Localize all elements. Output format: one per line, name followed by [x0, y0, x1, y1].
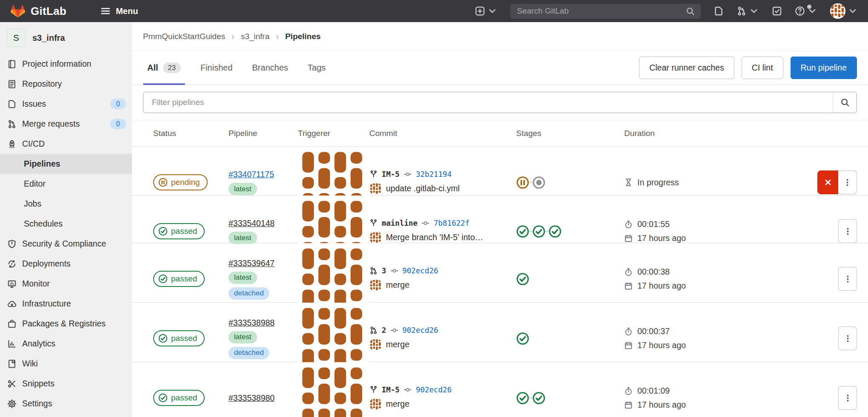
run-pipeline-button[interactable]: Run pipeline	[791, 57, 857, 79]
issues-shortcut-button[interactable]	[714, 6, 724, 16]
sidebar-item-label: Deployments	[22, 259, 71, 269]
user-menu-button[interactable]	[830, 3, 858, 19]
help-button[interactable]	[795, 6, 817, 16]
ref-name[interactable]: 2	[382, 326, 386, 335]
sidebar-item-pipelines[interactable]: Pipelines	[0, 154, 132, 174]
stage-passed-icon[interactable]	[516, 272, 529, 286]
sidebar-item-settings[interactable]: Settings	[0, 394, 132, 414]
hamburger-icon	[100, 6, 111, 16]
pipeline-status-badge[interactable]: passed	[153, 330, 205, 346]
pipeline-status-badge[interactable]: passed	[153, 390, 205, 406]
triggerer-avatar[interactable]	[298, 362, 369, 417]
commit-cell: 2902ecd26merge	[369, 326, 516, 351]
branch-icon	[369, 386, 378, 394]
commit-author-avatar[interactable]	[369, 231, 382, 244]
commit-message[interactable]: merge	[386, 399, 409, 409]
row-actions-kebab-button[interactable]	[838, 170, 857, 194]
tab-all[interactable]: All23	[143, 51, 185, 85]
commit-sha-link[interactable]: 902ecd26	[403, 326, 438, 335]
commit-sha-link[interactable]: 32b21194	[416, 170, 451, 179]
sidebar-item-jobs[interactable]: Jobs	[0, 194, 132, 214]
todos-button[interactable]	[772, 6, 782, 16]
sidebar-item-editor[interactable]: Editor	[0, 174, 132, 194]
new-menu-button[interactable]	[475, 6, 497, 16]
stage-passed-icon[interactable]	[532, 225, 545, 238]
commit-message[interactable]: merge	[386, 340, 409, 349]
breadcrumb-separator: ›	[231, 31, 234, 41]
filter-pipelines-input[interactable]	[143, 92, 833, 113]
sidebar-item-issues[interactable]: Issues0	[0, 94, 132, 114]
calendar-icon	[624, 234, 633, 243]
row-actions-kebab-button[interactable]	[838, 267, 857, 291]
pipeline-id-link[interactable]: #333538980	[228, 393, 274, 403]
sidebar-item-merge-requests[interactable]: Merge requests0	[0, 114, 132, 134]
commit-message-line: merge	[369, 279, 510, 292]
commit-message[interactable]: merge	[386, 280, 409, 290]
status-cell: passed	[143, 390, 228, 406]
stage-passed-icon[interactable]	[516, 225, 529, 238]
commit-author-avatar[interactable]	[369, 398, 382, 411]
ref-name[interactable]: IM-5	[382, 170, 400, 179]
commit-message[interactable]: Merge branch 'IM-5' into…	[386, 233, 483, 242]
stage-passed-icon[interactable]	[548, 225, 562, 238]
filter-search-button[interactable]	[833, 92, 857, 113]
clear-runner-caches-button[interactable]: Clear runner caches	[639, 57, 734, 79]
commit-author-avatar[interactable]	[369, 279, 382, 292]
status-label: pending	[171, 178, 200, 187]
stage-passed-icon[interactable]	[532, 391, 545, 405]
sidebar-item-packages-registries[interactable]: Packages & Registries	[0, 314, 132, 334]
sidebar-item-monitor[interactable]: Monitor	[0, 274, 132, 294]
ref-name[interactable]: IM-5	[382, 386, 400, 394]
gitlab-logo[interactable]: GitLab	[10, 4, 66, 18]
commit-author-avatar[interactable]	[369, 338, 382, 351]
commit-sha-link[interactable]: 7b81622f	[434, 219, 469, 227]
pipeline-id-link[interactable]: #333538988	[228, 318, 274, 328]
pipeline-status-badge[interactable]: pending	[153, 174, 208, 190]
commit-ref-line: IM-532b21194	[369, 170, 510, 179]
sidebar-item-repository[interactable]: Repository	[0, 74, 132, 94]
commit-message[interactable]: update .gitlab-ci.yml	[386, 184, 460, 193]
commit-sha-link[interactable]: 902ecd26	[403, 267, 438, 275]
menu-button[interactable]: Menu	[100, 6, 138, 16]
stage-passed-icon[interactable]	[516, 332, 529, 345]
sidebar-item-infrastructure[interactable]: Infrastructure	[0, 294, 132, 314]
breadcrumb-item-pmmquickstartguides[interactable]: PmmQuickStartGuides	[143, 32, 225, 41]
status-cell: passed	[143, 223, 228, 239]
tab-tags[interactable]: Tags	[303, 51, 330, 85]
cloud-icon	[7, 299, 17, 309]
pipeline-status-badge[interactable]: passed	[153, 271, 205, 287]
sidebar-item-wiki[interactable]: Wiki	[0, 354, 132, 374]
cancel-pipeline-button[interactable]	[817, 170, 838, 194]
issues-icon	[7, 99, 17, 109]
sidebar-item-project-information[interactable]: Project information	[0, 54, 132, 74]
merge-requests-shortcut-button[interactable]	[737, 6, 759, 16]
pipeline-id-link[interactable]: #333539647	[228, 258, 274, 268]
pipeline-id-link[interactable]: #333540148	[228, 218, 274, 228]
breadcrumb-item-s3-infra[interactable]: s3_infra	[241, 32, 270, 41]
project-context-header[interactable]: S s3_infra	[0, 22, 132, 51]
sidebar-item-snippets[interactable]: Snippets	[0, 374, 132, 394]
ci-lint-button[interactable]: CI lint	[742, 57, 783, 79]
sidebar-item-schedules[interactable]: Schedules	[0, 214, 132, 234]
sidebar-item-ci-cd[interactable]: CI/CD	[0, 134, 132, 154]
row-actions-kebab-button[interactable]	[838, 219, 857, 243]
sidebar-item-deployments[interactable]: Deployments	[0, 254, 132, 274]
tab-branches[interactable]: Branches	[248, 51, 293, 85]
pipeline-status-badge[interactable]: passed	[153, 223, 205, 239]
commit-author-avatar[interactable]	[369, 182, 382, 195]
book-icon	[7, 60, 17, 69]
stage-pending-icon[interactable]	[516, 176, 529, 189]
ref-name[interactable]: 3	[382, 267, 386, 275]
row-actions-kebab-button[interactable]	[838, 326, 857, 350]
row-actions-kebab-button[interactable]	[838, 386, 857, 410]
commit-sha-link[interactable]: 902ecd26	[416, 386, 451, 394]
commit-icon	[403, 170, 412, 179]
sidebar-item-security-compliance[interactable]: Security & Compliance	[0, 234, 132, 254]
stage-passed-icon[interactable]	[516, 391, 529, 405]
sidebar-item-analytics[interactable]: Analytics	[0, 334, 132, 354]
ref-name[interactable]: mainline	[382, 219, 417, 227]
pipeline-id-link[interactable]: #334071175	[228, 170, 274, 179]
stage-created-icon[interactable]	[532, 176, 545, 189]
tab-finished[interactable]: Finished	[196, 51, 237, 85]
global-search-input[interactable]	[516, 6, 686, 16]
